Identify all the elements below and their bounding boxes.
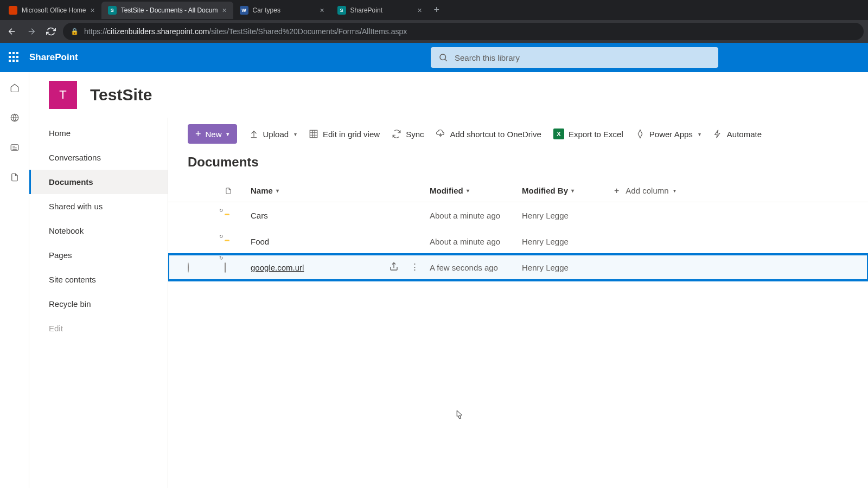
browser-address-bar: 🔒 https://citizenbuilders.sharepoint.com… [0, 20, 868, 43]
url-input[interactable]: 🔒 https://citizenbuilders.sharepoint.com… [63, 23, 864, 40]
site-logo[interactable]: T [49, 81, 77, 109]
sidenav-item-conversations[interactable]: Conversations [29, 145, 168, 170]
sync-label: Sync [406, 130, 424, 139]
command-bar: + New ▾ Upload ▾ Edit in grid view [168, 118, 868, 153]
sync-indicator-icon: ↻ [219, 208, 224, 213]
add-column-button[interactable]: +Add column ▾ [614, 186, 868, 196]
sharepoint-icon: S [108, 6, 117, 15]
globe-icon[interactable] [10, 113, 20, 124]
sync-indicator-icon: ↻ [219, 234, 224, 239]
plus-icon: + [195, 129, 201, 140]
back-button[interactable] [4, 24, 20, 39]
column-name[interactable]: Name▾ [251, 186, 430, 195]
chevron-down-icon: ▾ [226, 131, 229, 138]
sidenav-item-home[interactable]: Home [29, 121, 168, 145]
modified-value: About a minute ago [430, 237, 522, 246]
home-icon[interactable] [10, 83, 20, 94]
power-apps-button[interactable]: Power Apps ▾ [635, 129, 701, 139]
export-label: Export to Excel [569, 130, 623, 139]
cursor-pointer-icon [452, 409, 464, 423]
files-icon[interactable] [10, 172, 20, 184]
sync-indicator-icon: ↻ [219, 255, 224, 261]
column-modified[interactable]: Modified▾ [430, 186, 522, 195]
site-left-nav: Home Conversations Documents Shared with… [29, 118, 168, 488]
library-title: Documents [168, 153, 868, 179]
office-icon [9, 6, 17, 15]
shortcut-label: Add shortcut to OneDrive [450, 130, 541, 139]
powerapps-label: Power Apps [649, 130, 693, 139]
item-name[interactable]: Cars [251, 211, 268, 220]
chevron-down-icon: ▾ [276, 188, 279, 194]
sidenav-item-documents[interactable]: Documents [29, 170, 168, 194]
close-icon[interactable]: × [320, 6, 324, 15]
upload-button[interactable]: Upload ▾ [249, 129, 297, 139]
item-name[interactable]: google.com.url [251, 263, 304, 272]
sidenav-edit-link[interactable]: Edit [29, 316, 168, 341]
excel-icon: X [553, 129, 564, 139]
plus-icon: + [614, 186, 619, 196]
modified-by-value: Henry Legge [522, 237, 614, 246]
search-input[interactable] [455, 53, 711, 62]
grid-label: Edit in grid view [323, 130, 380, 139]
tab-title: TestSite - Documents - All Docum [121, 7, 218, 14]
sidenav-item-notebook[interactable]: Notebook [29, 219, 168, 243]
export-excel-button[interactable]: X Export to Excel [553, 129, 623, 139]
automate-button[interactable]: Automate [713, 129, 762, 139]
automate-label: Automate [727, 130, 762, 139]
sidenav-item-contents[interactable]: Site contents [29, 267, 168, 292]
browser-tab[interactable]: W Car types × [233, 2, 331, 19]
app-launcher-icon[interactable] [9, 52, 20, 63]
document-list: Name▾ Modified▾ Modified By▾ +Add column… [168, 179, 868, 280]
sidenav-item-pages[interactable]: Pages [29, 243, 168, 267]
add-shortcut-button[interactable]: Add shortcut to OneDrive [436, 129, 541, 139]
browser-tab[interactable]: Microsoft Office Home × [2, 2, 101, 19]
suite-header: SharePoint [0, 43, 868, 72]
chevron-down-icon: ▾ [467, 188, 469, 194]
sync-button[interactable]: Sync [392, 129, 424, 139]
sidenav-item-recycle[interactable]: Recycle bin [29, 292, 168, 316]
table-row[interactable]: ↻ google.com.url ⋮ A few seconds ago Hen… [168, 254, 868, 280]
new-tab-button[interactable]: + [429, 4, 445, 16]
chevron-down-icon: ▾ [672, 188, 676, 194]
column-file-type[interactable] [225, 186, 251, 196]
table-header: Name▾ Modified▾ Modified By▾ +Add column… [168, 179, 868, 202]
share-icon[interactable] [389, 262, 399, 273]
new-button-label: New [206, 130, 222, 139]
item-name[interactable]: Food [251, 237, 269, 246]
tab-title: Microsoft Office Home [22, 7, 86, 14]
svg-point-0 [440, 54, 446, 60]
svg-rect-3 [310, 130, 317, 138]
link-file-icon [225, 262, 226, 273]
global-nav-rail [0, 72, 29, 488]
url-text: https://citizenbuilders.sharepoint.com/s… [84, 27, 407, 36]
modified-value: A few seconds ago [430, 263, 522, 272]
more-actions-icon[interactable]: ⋮ [411, 262, 420, 273]
modified-by-value: Henry Legge [522, 211, 614, 220]
close-icon[interactable]: × [90, 6, 94, 15]
table-row[interactable]: ↻ Cars About a minute ago Henry Legge [168, 202, 868, 228]
table-row[interactable]: ↻ Food About a minute ago Henry Legge [168, 228, 868, 254]
document-icon [225, 186, 232, 196]
browser-tab-strip: Microsoft Office Home × S TestSite - Doc… [0, 0, 868, 20]
browser-tab[interactable]: S TestSite - Documents - All Docum × [101, 2, 233, 19]
select-radio[interactable] [188, 262, 189, 273]
sidenav-item-shared[interactable]: Shared with us [29, 194, 168, 219]
column-modified-by[interactable]: Modified By▾ [522, 186, 614, 195]
browser-tab[interactable]: S SharePoint × [331, 2, 429, 19]
lock-icon: 🔒 [71, 28, 79, 35]
modified-by-value: Henry Legge [522, 263, 614, 272]
tab-title: Car types [253, 7, 316, 14]
chevron-down-icon: ▾ [698, 131, 701, 137]
news-icon[interactable] [10, 143, 20, 154]
forward-button[interactable] [24, 24, 39, 39]
new-button[interactable]: + New ▾ [188, 124, 237, 144]
close-icon[interactable]: × [417, 6, 422, 15]
close-icon[interactable]: × [222, 6, 226, 15]
site-header: T TestSite [29, 72, 868, 118]
tab-title: SharePoint [350, 7, 413, 14]
search-box[interactable] [431, 47, 718, 68]
app-name[interactable]: SharePoint [29, 52, 78, 63]
grid-view-button[interactable]: Edit in grid view [309, 129, 380, 139]
reload-button[interactable] [43, 24, 59, 39]
site-title[interactable]: TestSite [90, 86, 152, 104]
